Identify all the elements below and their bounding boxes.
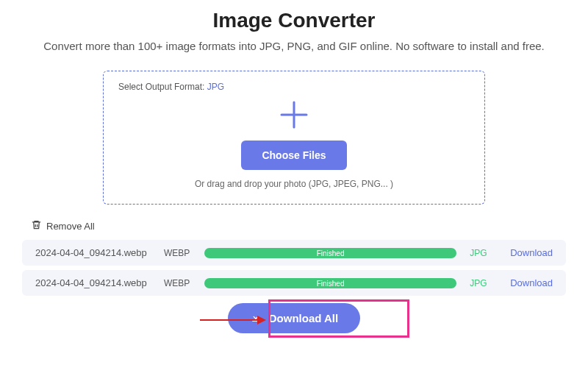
file-row: 2024-04-04_094214.webp WEBP Finished JPG… [22, 240, 566, 266]
output-format-label: Select Output Format: [118, 82, 204, 92]
download-icon [250, 311, 262, 325]
download-link[interactable]: Download [510, 247, 553, 258]
download-all-label: Download All [269, 312, 338, 324]
plus-icon[interactable] [277, 98, 311, 132]
page-title: Image Converter [22, 9, 566, 32]
dropzone-hint: Or drag and drop your photo (JPG, JPEG, … [118, 179, 470, 189]
choose-files-button[interactable]: Choose Files [241, 141, 346, 170]
file-name: 2024-04-04_094214.webp [35, 277, 164, 288]
progress-bar: Finished [204, 248, 456, 258]
file-output-ext: JPG [470, 278, 510, 288]
dropzone[interactable]: Select Output Format: JPG Choose Files O… [103, 71, 485, 205]
download-link[interactable]: Download [510, 277, 553, 288]
file-name: 2024-04-04_094214.webp [35, 247, 164, 258]
download-all-button[interactable]: Download All [228, 303, 360, 333]
remove-all-label: Remove All [46, 221, 95, 232]
file-input-ext: WEBP [164, 248, 204, 258]
trash-icon [31, 219, 42, 232]
progress-status: Finished [317, 279, 345, 287]
file-row: 2024-04-04_094214.webp WEBP Finished JPG… [22, 270, 566, 296]
progress-status: Finished [317, 249, 345, 257]
output-format-row: Select Output Format: JPG [118, 82, 470, 92]
progress-bar: Finished [204, 278, 456, 288]
file-output-ext: JPG [470, 248, 510, 258]
output-format-value[interactable]: JPG [207, 82, 224, 92]
remove-all-button[interactable]: Remove All [31, 219, 566, 232]
page-subtitle: Convert more than 100+ image formats int… [22, 40, 566, 52]
file-input-ext: WEBP [164, 278, 204, 288]
